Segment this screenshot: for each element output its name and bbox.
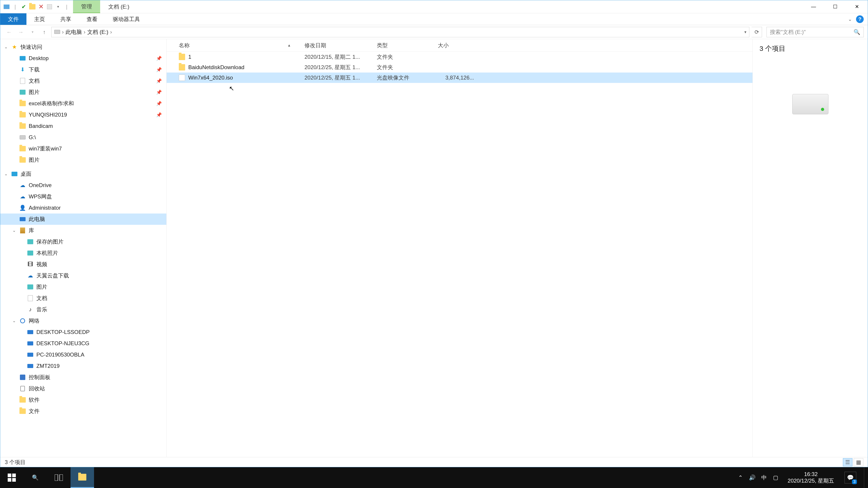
forward-button[interactable]: →: [16, 27, 26, 37]
tree-item[interactable]: ZMT2019: [0, 360, 166, 372]
search-box[interactable]: 搜索"文档 (E:)" 🔍: [767, 27, 864, 37]
video-icon: 🎞: [27, 261, 34, 268]
column-type[interactable]: 类型: [375, 42, 436, 49]
tree-item[interactable]: 软件: [0, 394, 166, 405]
tree-item[interactable]: Bandicam: [0, 121, 166, 132]
wps-icon: ☁: [19, 193, 26, 200]
tree-item[interactable]: 回收站: [0, 383, 166, 394]
minimize-button[interactable]: —: [803, 0, 825, 13]
contextual-tab-manage[interactable]: 管理: [73, 0, 100, 13]
details-header: 3 个项目: [760, 44, 861, 53]
back-button[interactable]: ←: [4, 27, 14, 37]
task-view-button[interactable]: [47, 467, 70, 488]
file-row[interactable]: BaiduNetdiskDownload 2020/12/25, 星期五 1..…: [166, 62, 752, 72]
tree-item[interactable]: win7重装win7: [0, 143, 166, 154]
breadcrumb-segment[interactable]: 文档 (E:): [87, 29, 108, 36]
address-dropdown-icon[interactable]: ▾: [744, 30, 746, 35]
tab-file[interactable]: 文件: [0, 13, 26, 25]
tree-item[interactable]: DESKTOP-NJEU3CG: [0, 338, 166, 349]
volume-icon[interactable]: 🔊: [749, 474, 756, 481]
tree-desktop[interactable]: ⌄桌面: [0, 168, 166, 180]
folder-icon[interactable]: [29, 4, 35, 10]
tray-app-icon[interactable]: ▢: [772, 474, 779, 481]
pc-icon: [27, 329, 34, 335]
download-icon: ⬇: [19, 66, 26, 73]
tree-item[interactable]: YUNQISHI2019📌: [0, 109, 166, 121]
ribbon-collapse-icon[interactable]: ⌄: [848, 17, 852, 22]
pc-icon: [27, 351, 34, 358]
svg-rect-4: [8, 478, 11, 482]
status-bar: 3 个项目 ☰ ▦: [0, 457, 868, 467]
tree-item[interactable]: 🎞视频: [0, 259, 166, 270]
properties-icon[interactable]: [46, 4, 53, 10]
column-date[interactable]: 修改日期: [302, 42, 375, 49]
folder-icon: [19, 111, 26, 118]
tree-item[interactable]: ☁天翼云盘下载: [0, 270, 166, 281]
tree-item[interactable]: 本机照片: [0, 248, 166, 259]
search-icon[interactable]: 🔍: [854, 29, 860, 35]
tab-view[interactable]: 查看: [79, 13, 105, 25]
column-size[interactable]: 大小: [436, 42, 476, 49]
pin-icon: 📌: [156, 56, 162, 61]
file-row[interactable]: Win7x64_2020.iso 2020/12/25, 星期五 1... 光盘…: [166, 72, 752, 83]
tree-item[interactable]: 文档: [0, 293, 166, 304]
tree-item[interactable]: ♪音乐: [0, 304, 166, 315]
tray-overflow-icon[interactable]: ⌃: [737, 474, 744, 481]
tab-drive-tools[interactable]: 驱动器工具: [105, 13, 148, 25]
file-list[interactable]: 1 2020/12/15, 星期二 1... 文件夹 BaiduNetdiskD…: [166, 52, 752, 457]
tree-item[interactable]: 保存的图片: [0, 236, 166, 248]
up-button[interactable]: ↑: [39, 27, 49, 37]
tree-item[interactable]: 图片: [0, 281, 166, 293]
tree-item[interactable]: Desktop📌: [0, 53, 166, 64]
tree-item[interactable]: ⬇下载📌: [0, 64, 166, 75]
delete-icon[interactable]: ✕: [38, 4, 44, 10]
show-desktop-button[interactable]: [864, 467, 867, 488]
help-icon[interactable]: ?: [856, 15, 864, 23]
tree-item[interactable]: 👤Administrator: [0, 202, 166, 214]
file-row[interactable]: 1 2020/12/15, 星期二 1... 文件夹: [166, 52, 752, 62]
tree-network[interactable]: ⌄网络: [0, 315, 166, 326]
checkbox-icon[interactable]: ✔: [21, 4, 27, 10]
tree-item[interactable]: 图片📌: [0, 87, 166, 98]
tree-item[interactable]: G:\: [0, 132, 166, 143]
desktop-icon: [11, 170, 18, 177]
sort-asc-icon: ▲: [287, 43, 291, 47]
app-icon: [3, 4, 10, 10]
close-button[interactable]: ✕: [846, 0, 868, 13]
library-icon: [19, 227, 26, 234]
tab-home[interactable]: 主页: [26, 13, 53, 25]
action-center-button[interactable]: 💬3: [844, 472, 856, 484]
tree-item[interactable]: 文档📌: [0, 75, 166, 87]
maximize-button[interactable]: ☐: [825, 0, 846, 13]
refresh-button[interactable]: ⟳: [752, 27, 762, 37]
view-icons-button[interactable]: ▦: [854, 458, 863, 466]
taskbar-clock[interactable]: 16:32 2020/12/25, 星期五: [784, 471, 838, 484]
chevron-right-icon[interactable]: ›: [110, 29, 112, 35]
tree-quick-access[interactable]: ⌄★快速访问: [0, 41, 166, 53]
breadcrumb-segment[interactable]: 此电脑: [66, 29, 82, 36]
tree-item[interactable]: excel表格制作求和📌: [0, 98, 166, 109]
tree-libraries[interactable]: ⌄库: [0, 225, 166, 236]
tree-this-pc[interactable]: 此电脑: [0, 214, 166, 225]
tree-item[interactable]: 文件: [0, 405, 166, 417]
chevron-right-icon[interactable]: ›: [84, 29, 86, 35]
start-button[interactable]: [0, 467, 24, 488]
folder-icon: [179, 54, 185, 60]
search-button[interactable]: 🔍: [24, 467, 47, 488]
tab-share[interactable]: 共享: [53, 13, 79, 25]
view-details-button[interactable]: ☰: [843, 458, 852, 466]
tree-item[interactable]: PC-20190530OBLA: [0, 349, 166, 360]
tree-item[interactable]: 图片: [0, 154, 166, 166]
tree-item[interactable]: ☁OneDrive: [0, 180, 166, 191]
navigation-tree[interactable]: ⌄★快速访问 Desktop📌 ⬇下载📌 文档📌 图片📌 excel表格制作求和…: [0, 39, 166, 457]
address-bar[interactable]: › 此电脑 › 文档 (E:) › ▾: [51, 27, 749, 37]
tree-item[interactable]: DESKTOP-LSSOEDP: [0, 326, 166, 338]
tree-item[interactable]: 控制面板: [0, 372, 166, 383]
ime-indicator[interactable]: 中: [761, 474, 767, 481]
taskbar-app-explorer[interactable]: [70, 467, 94, 488]
qat-dropdown-icon[interactable]: ▾: [55, 4, 61, 10]
recent-dropdown-icon[interactable]: ▾: [28, 27, 37, 37]
tree-item[interactable]: ☁WPS网盘: [0, 191, 166, 202]
chevron-right-icon[interactable]: ›: [62, 29, 64, 35]
column-name[interactable]: 名称▲: [177, 42, 302, 49]
